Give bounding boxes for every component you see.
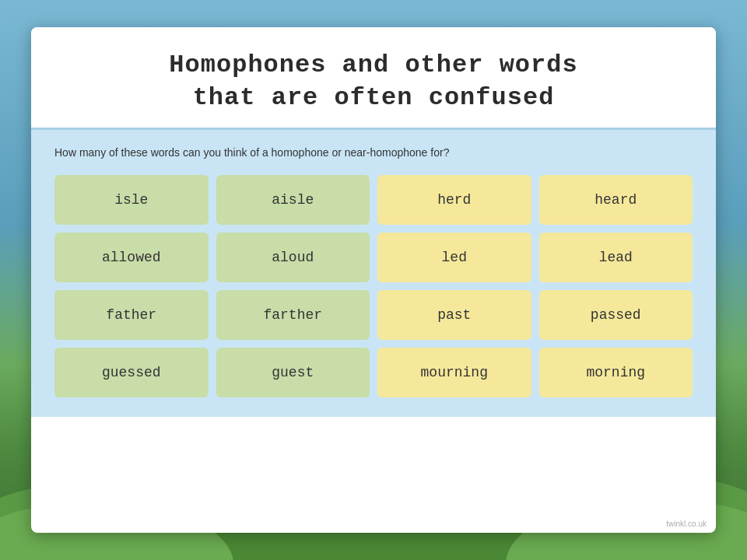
word-cell-0-3: heard <box>539 175 693 225</box>
instruction-text: How many of these words can you think of… <box>54 145 693 161</box>
word-cell-2-1: farther <box>216 290 370 340</box>
card-body: How many of these words can you think of… <box>31 130 716 417</box>
word-grid: isleaisleherdheardallowedaloudledleadfat… <box>54 175 693 397</box>
main-card: Homophones and other words that are ofte… <box>31 27 716 533</box>
word-cell-0-0: isle <box>54 175 209 225</box>
page-title: Homophones and other words that are ofte… <box>54 49 693 114</box>
word-cell-3-1: guest <box>216 348 370 397</box>
word-cell-2-3: passed <box>539 290 693 340</box>
word-cell-2-2: past <box>377 290 531 340</box>
word-cell-3-0: guessed <box>54 348 209 397</box>
word-cell-3-2: mourning <box>377 348 531 397</box>
word-cell-1-1: aloud <box>216 233 370 282</box>
word-cell-1-3: lead <box>539 233 693 282</box>
word-cell-0-1: aisle <box>216 175 370 225</box>
word-cell-2-0: father <box>54 290 209 340</box>
word-cell-3-3: morning <box>539 348 693 397</box>
word-cell-1-0: allowed <box>54 233 209 282</box>
title-section: Homophones and other words that are ofte… <box>31 27 716 130</box>
word-cell-0-2: herd <box>377 175 531 225</box>
credit-label: twinkl.co.uk <box>666 520 707 528</box>
word-cell-1-2: led <box>377 233 531 282</box>
